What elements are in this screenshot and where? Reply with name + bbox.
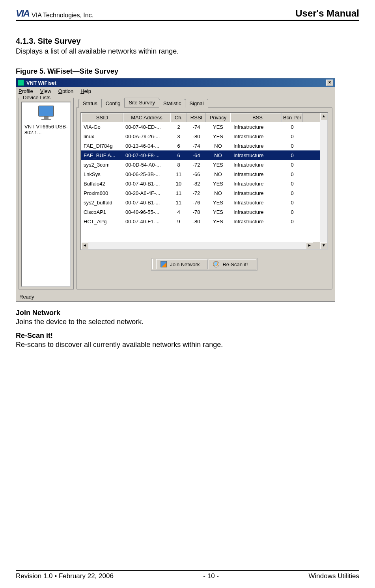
footer-section: Windows Utilities [309, 572, 359, 580]
right-pane: Status Config Site Survey Statistic Sign… [76, 98, 332, 289]
cell: 2 [170, 124, 187, 130]
cell: 00-07-40-F1-... [123, 219, 170, 224]
device-icon[interactable] [37, 106, 56, 121]
button-row: Join Network Re-Scan it! [80, 258, 328, 271]
cell: 0 [282, 171, 303, 177]
cell: -74 [187, 143, 206, 149]
device-list-box[interactable]: VNT VT6656 USB-802.1... [21, 102, 71, 287]
scroll-up-button[interactable]: ▲ [320, 113, 327, 120]
table-row[interactable]: FAE_BUF A...00-07-40-F8-...6-64NOInfrast… [81, 150, 320, 160]
cell: Infrastructure [230, 181, 282, 187]
cell: HCT_APg [81, 219, 123, 224]
table-row[interactable]: sys2_buffald00-07-40-B1-...11-76YESInfra… [81, 198, 320, 207]
cell: YES [206, 219, 230, 224]
window-title: VNT WiFiset [26, 80, 326, 86]
col-ch[interactable]: Ch. [170, 113, 187, 122]
cell: -80 [187, 134, 206, 139]
menu-view[interactable]: View [40, 88, 51, 94]
subsection-join: Join Network Joins the device to the sel… [16, 309, 359, 326]
col-bss[interactable]: BSS [230, 113, 282, 122]
cell: linux [81, 134, 123, 139]
table-row[interactable]: LnkSys00-06-25-3B-...11-66NOInfrastructu… [81, 169, 320, 179]
col-mac[interactable]: MAC Address [123, 113, 170, 122]
cell: 11 [170, 171, 187, 177]
status-text: Ready [19, 294, 34, 300]
cell: 0 [282, 143, 303, 149]
scroll-left-button[interactable]: ◄ [81, 242, 88, 249]
table-row[interactable]: CiscoAP100-40-96-55-...4-78YESInfrastruc… [81, 207, 320, 217]
section-description: Displays a list of all available network… [16, 47, 359, 56]
hscrollbar[interactable]: ◄ ► [81, 242, 320, 249]
cell: 0 [282, 181, 303, 187]
tab-status[interactable]: Status [78, 99, 102, 108]
cell: 4 [170, 209, 187, 215]
device-label[interactable]: VNT VT6656 USB-802.1... [24, 124, 68, 135]
scroll-down-button[interactable]: ▼ [320, 242, 327, 249]
cell: 00-06-25-3B-... [123, 171, 170, 177]
col-privacy[interactable]: Privacy [206, 113, 230, 122]
cell: Infrastructure [230, 209, 282, 215]
cell: NO [206, 190, 230, 196]
cell: -82 [187, 181, 206, 187]
cell: 00-40-96-55-... [123, 209, 170, 215]
rescan-button[interactable]: Re-Scan it! [209, 259, 256, 269]
col-ssid[interactable]: SSID [81, 113, 123, 122]
cell: Infrastructure [230, 200, 282, 206]
cell: VIA-Go [81, 124, 123, 130]
cell: Infrastructure [230, 152, 282, 158]
col-rssi[interactable]: RSSI [187, 113, 206, 122]
vscroll-track[interactable] [320, 120, 327, 242]
list-header: SSID MAC Address Ch. RSSI Privacy BSS Bc… [81, 113, 320, 122]
table-row[interactable]: FAE_DI784g00-13-46-04-...6-74NOInfrastru… [81, 141, 320, 150]
page-header: VIA VIA Technologies, Inc. User's Manual [16, 8, 359, 21]
scroll-right-button[interactable]: ► [306, 242, 313, 249]
cell: LnkSys [81, 171, 123, 177]
table-row[interactable]: sys2_3com00-0D-54-A0-...8-72YESInfrastru… [81, 160, 320, 169]
join-label: Join Network [170, 262, 200, 267]
table-row[interactable]: VIA-Go00-07-40-ED-...2-74YESInfrastructu… [81, 122, 320, 132]
cell: 0 [282, 200, 303, 206]
join-network-button[interactable]: Join Network [156, 259, 208, 269]
cell: sys2_3com [81, 162, 123, 168]
cell: 00-07-40-F8-... [123, 152, 170, 158]
cell: 0 [282, 152, 303, 158]
table-row[interactable]: linux00-0A-79-26-...3-80YESInfrastructur… [81, 132, 320, 141]
join-network-desc: Joins the device to the selected network… [16, 318, 359, 326]
cell: 10 [170, 181, 187, 187]
table-row[interactable]: HCT_APg00-07-40-F1-...9-80YESInfrastruct… [81, 217, 320, 226]
cell: -66 [187, 171, 206, 177]
list-body[interactable]: VIA-Go00-07-40-ED-...2-74YESInfrastructu… [81, 122, 320, 242]
footer-page: - 10 - [203, 572, 219, 580]
cell: -76 [187, 200, 206, 206]
tab-statistic[interactable]: Statistic [159, 99, 186, 108]
vscrollbar[interactable]: ▲ ▼ [320, 113, 327, 249]
page-footer: Revision 1.0 • February 22, 2006 - 10 - … [16, 570, 359, 580]
cell: 0 [282, 219, 303, 224]
cell: -80 [187, 219, 206, 224]
cell: YES [206, 200, 230, 206]
table-row[interactable]: Buffalo4200-07-40-B1-...10-82YESInfrastr… [81, 179, 320, 188]
menu-help[interactable]: Help [80, 88, 91, 94]
via-logo: VIA [16, 8, 29, 19]
cell: YES [206, 124, 230, 130]
cell: NO [206, 171, 230, 177]
cell: 0 [282, 162, 303, 168]
tab-signal[interactable]: Signal [185, 99, 208, 108]
tab-config[interactable]: Config [101, 99, 125, 108]
table-row[interactable]: Proxim60000-20-A6-4F-...11-72NOInfrastru… [81, 188, 320, 198]
menubar: Profile View Option Help [16, 87, 335, 95]
col-bcn[interactable]: Bcn Per [282, 113, 303, 122]
cell: FAE_DI784g [81, 143, 123, 149]
menu-option[interactable]: Option [58, 88, 73, 94]
titlebar[interactable]: VNT WiFiset × [16, 78, 335, 87]
cell: 6 [170, 152, 187, 158]
cell: Proxim600 [81, 190, 123, 196]
cell: Infrastructure [230, 134, 282, 139]
close-button[interactable]: × [326, 80, 333, 86]
hscroll-track[interactable] [88, 242, 306, 249]
tab-site-survey[interactable]: Site Survey [124, 98, 159, 107]
device-lists-label: Device Lists [21, 95, 52, 100]
section-heading: 4.1.3. Site Survey [16, 37, 359, 46]
wifiset-window: VNT WiFiset × Profile View Option Help D… [16, 78, 335, 302]
menu-profile[interactable]: Profile [19, 88, 33, 94]
